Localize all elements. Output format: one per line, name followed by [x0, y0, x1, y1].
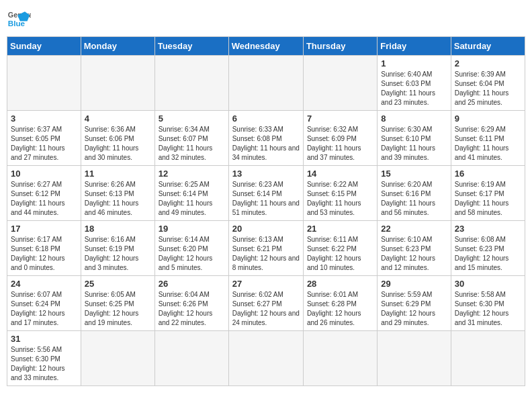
calendar-cell — [228, 56, 303, 111]
day-number: 25 — [85, 279, 151, 289]
day-number: 20 — [232, 224, 300, 234]
weekday-header-sunday: Sunday — [7, 37, 81, 56]
calendar-cell — [228, 331, 303, 386]
day-number: 12 — [159, 169, 225, 179]
day-info: Sunrise: 6:27 AM Sunset: 6:12 PM Dayligh… — [11, 180, 77, 218]
calendar-cell: 7Sunrise: 6:32 AM Sunset: 6:09 PM Daylig… — [303, 111, 377, 166]
day-number: 22 — [381, 224, 447, 234]
calendar-cell: 8Sunrise: 6:30 AM Sunset: 6:10 PM Daylig… — [378, 111, 451, 166]
day-number: 3 — [11, 113, 77, 124]
calendar-week-6: 31Sunrise: 5:56 AM Sunset: 6:30 PM Dayli… — [7, 331, 525, 386]
day-number: 6 — [232, 113, 300, 124]
logo-icon: General Blue — [7, 7, 31, 31]
day-info: Sunrise: 5:56 AM Sunset: 6:30 PM Dayligh… — [11, 345, 77, 383]
day-number: 19 — [159, 224, 225, 234]
day-info: Sunrise: 6:30 AM Sunset: 6:10 PM Dayligh… — [381, 125, 447, 163]
calendar-cell: 19Sunrise: 6:14 AM Sunset: 6:20 PM Dayli… — [154, 221, 228, 276]
day-info: Sunrise: 6:37 AM Sunset: 6:05 PM Dayligh… — [11, 125, 77, 163]
calendar-cell: 24Sunrise: 6:07 AM Sunset: 6:24 PM Dayli… — [7, 276, 81, 331]
day-info: Sunrise: 6:05 AM Sunset: 6:25 PM Dayligh… — [85, 290, 151, 328]
calendar-cell: 11Sunrise: 6:26 AM Sunset: 6:13 PM Dayli… — [81, 166, 154, 221]
calendar-cell: 30Sunrise: 5:58 AM Sunset: 6:30 PM Dayli… — [451, 276, 525, 331]
calendar-cell: 10Sunrise: 6:27 AM Sunset: 6:12 PM Dayli… — [7, 166, 81, 221]
day-number: 1 — [381, 58, 447, 68]
day-number: 24 — [11, 279, 77, 289]
calendar-cell: 9Sunrise: 6:29 AM Sunset: 6:11 PM Daylig… — [451, 111, 525, 166]
weekday-header-saturday: Saturday — [451, 37, 525, 56]
day-number: 16 — [455, 169, 521, 179]
day-info: Sunrise: 6:39 AM Sunset: 6:04 PM Dayligh… — [455, 70, 521, 107]
calendar-cell: 2Sunrise: 6:39 AM Sunset: 6:04 PM Daylig… — [451, 56, 525, 111]
day-info: Sunrise: 6:36 AM Sunset: 6:06 PM Dayligh… — [85, 125, 151, 163]
day-number: 30 — [455, 279, 521, 289]
day-number: 14 — [307, 169, 373, 179]
day-info: Sunrise: 6:25 AM Sunset: 6:14 PM Dayligh… — [159, 180, 225, 218]
calendar-cell: 1Sunrise: 6:40 AM Sunset: 6:03 PM Daylig… — [378, 56, 451, 111]
logo: General Blue — [7, 7, 31, 31]
calendar-cell: 13Sunrise: 6:23 AM Sunset: 6:14 PM Dayli… — [228, 166, 303, 221]
day-number: 29 — [381, 279, 447, 289]
day-info: Sunrise: 6:26 AM Sunset: 6:13 PM Dayligh… — [85, 180, 151, 218]
day-number: 31 — [11, 334, 77, 344]
day-number: 2 — [455, 58, 521, 68]
calendar-cell: 25Sunrise: 6:05 AM Sunset: 6:25 PM Dayli… — [81, 276, 154, 331]
calendar-cell: 4Sunrise: 6:36 AM Sunset: 6:06 PM Daylig… — [81, 111, 154, 166]
day-info: Sunrise: 6:14 AM Sunset: 6:20 PM Dayligh… — [159, 235, 225, 273]
calendar-cell — [451, 331, 525, 386]
day-info: Sunrise: 6:08 AM Sunset: 6:23 PM Dayligh… — [455, 235, 521, 273]
day-info: Sunrise: 5:58 AM Sunset: 6:30 PM Dayligh… — [455, 290, 521, 328]
calendar-cell: 31Sunrise: 5:56 AM Sunset: 6:30 PM Dayli… — [7, 331, 81, 386]
calendar-cell: 22Sunrise: 6:10 AM Sunset: 6:23 PM Dayli… — [378, 221, 451, 276]
calendar-cell: 21Sunrise: 6:11 AM Sunset: 6:22 PM Dayli… — [303, 221, 377, 276]
day-number: 15 — [381, 169, 447, 179]
calendar-cell: 15Sunrise: 6:20 AM Sunset: 6:16 PM Dayli… — [378, 166, 451, 221]
day-info: Sunrise: 6:07 AM Sunset: 6:24 PM Dayligh… — [11, 290, 77, 328]
day-info: Sunrise: 6:02 AM Sunset: 6:27 PM Dayligh… — [232, 290, 300, 328]
page-header: General Blue — [7, 7, 525, 31]
calendar-cell — [303, 56, 377, 111]
day-info: Sunrise: 6:32 AM Sunset: 6:09 PM Dayligh… — [307, 125, 373, 163]
day-info: Sunrise: 6:22 AM Sunset: 6:15 PM Dayligh… — [307, 180, 373, 218]
calendar-cell: 12Sunrise: 6:25 AM Sunset: 6:14 PM Dayli… — [154, 166, 228, 221]
calendar-cell: 6Sunrise: 6:33 AM Sunset: 6:08 PM Daylig… — [228, 111, 303, 166]
calendar-week-2: 3Sunrise: 6:37 AM Sunset: 6:05 PM Daylig… — [7, 111, 525, 166]
day-info: Sunrise: 6:29 AM Sunset: 6:11 PM Dayligh… — [455, 125, 521, 163]
day-number: 5 — [159, 113, 225, 124]
calendar-cell: 14Sunrise: 6:22 AM Sunset: 6:15 PM Dayli… — [303, 166, 377, 221]
day-info: Sunrise: 6:23 AM Sunset: 6:14 PM Dayligh… — [232, 180, 300, 218]
day-info: Sunrise: 6:10 AM Sunset: 6:23 PM Dayligh… — [381, 235, 447, 273]
day-number: 9 — [455, 113, 521, 124]
weekday-header-friday: Friday — [378, 37, 451, 56]
calendar-cell: 23Sunrise: 6:08 AM Sunset: 6:23 PM Dayli… — [451, 221, 525, 276]
day-info: Sunrise: 6:01 AM Sunset: 6:28 PM Dayligh… — [307, 290, 373, 328]
day-info: Sunrise: 6:33 AM Sunset: 6:08 PM Dayligh… — [232, 125, 300, 163]
calendar-cell: 3Sunrise: 6:37 AM Sunset: 6:05 PM Daylig… — [7, 111, 81, 166]
day-number: 11 — [85, 169, 151, 179]
calendar-table: SundayMondayTuesdayWednesdayThursdayFrid… — [7, 36, 525, 386]
day-number: 7 — [307, 113, 373, 124]
day-info: Sunrise: 6:13 AM Sunset: 6:21 PM Dayligh… — [232, 235, 300, 273]
calendar-cell — [303, 331, 377, 386]
weekday-header-thursday: Thursday — [303, 37, 377, 56]
day-number: 8 — [381, 113, 447, 124]
day-info: Sunrise: 6:20 AM Sunset: 6:16 PM Dayligh… — [381, 180, 447, 218]
calendar-cell: 28Sunrise: 6:01 AM Sunset: 6:28 PM Dayli… — [303, 276, 377, 331]
day-info: Sunrise: 6:17 AM Sunset: 6:18 PM Dayligh… — [11, 235, 77, 273]
calendar-week-3: 10Sunrise: 6:27 AM Sunset: 6:12 PM Dayli… — [7, 166, 525, 221]
day-number: 23 — [455, 224, 521, 234]
calendar-cell: 26Sunrise: 6:04 AM Sunset: 6:26 PM Dayli… — [154, 276, 228, 331]
day-number: 26 — [159, 279, 225, 289]
calendar-cell — [378, 331, 451, 386]
day-info: Sunrise: 6:04 AM Sunset: 6:26 PM Dayligh… — [159, 290, 225, 328]
calendar-cell: 29Sunrise: 5:59 AM Sunset: 6:29 PM Dayli… — [378, 276, 451, 331]
day-number: 21 — [307, 224, 373, 234]
weekday-header-tuesday: Tuesday — [154, 37, 228, 56]
day-number: 28 — [307, 279, 373, 289]
calendar-cell: 5Sunrise: 6:34 AM Sunset: 6:07 PM Daylig… — [154, 111, 228, 166]
calendar-week-1: 1Sunrise: 6:40 AM Sunset: 6:03 PM Daylig… — [7, 56, 525, 111]
day-info: Sunrise: 6:40 AM Sunset: 6:03 PM Dayligh… — [381, 70, 447, 107]
calendar-cell: 27Sunrise: 6:02 AM Sunset: 6:27 PM Dayli… — [228, 276, 303, 331]
calendar-cell — [7, 56, 81, 111]
calendar-cell: 18Sunrise: 6:16 AM Sunset: 6:19 PM Dayli… — [81, 221, 154, 276]
day-info: Sunrise: 6:16 AM Sunset: 6:19 PM Dayligh… — [85, 235, 151, 273]
